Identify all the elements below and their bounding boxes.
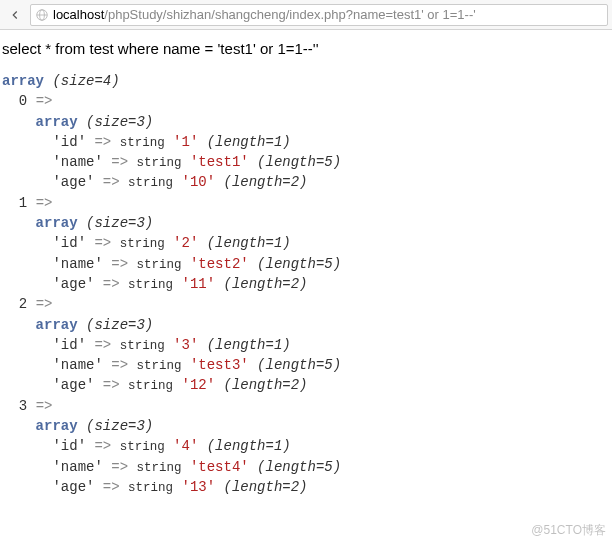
back-button[interactable] (4, 4, 26, 26)
url-host: localhost (53, 7, 104, 22)
globe-icon (35, 8, 49, 22)
watermark: @51CTO博客 (531, 522, 606, 539)
address-bar: localhost/phpStudy/shizhan/shangcheng/in… (0, 0, 612, 30)
arrow-left-icon (8, 8, 22, 22)
url-input[interactable]: localhost/phpStudy/shizhan/shangcheng/in… (30, 4, 608, 26)
url-path: /phpStudy/shizhan/shangcheng/index.php?n… (104, 7, 475, 22)
sql-query-text: select * from test where name = 'test1' … (2, 40, 610, 57)
page-content: select * from test where name = 'test1' … (0, 30, 612, 499)
var-dump-output: array (size=4) 0 => array (size=3) 'id' … (2, 71, 610, 497)
